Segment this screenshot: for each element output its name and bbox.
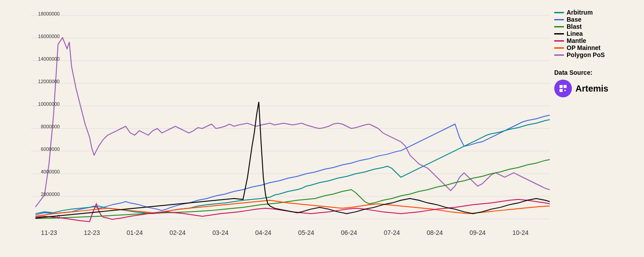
svg-text:02-24: 02-24 <box>169 229 186 236</box>
chart-container: 18000000 16000000 14000000 12000000 1000… <box>31 9 550 239</box>
data-source-label: Data Source: <box>554 69 640 76</box>
svg-text:12-23: 12-23 <box>84 229 100 236</box>
legend-color-mantle <box>554 40 564 42</box>
svg-rect-23 <box>564 85 567 88</box>
polygon-pos-line <box>35 38 550 207</box>
legend-item-arbitrum: Arbitrum <box>554 9 640 16</box>
base-line <box>35 115 550 215</box>
legend-item-mantle: Mantle <box>554 37 640 44</box>
y-label-16m: 16000000 <box>31 34 60 39</box>
y-label-8m: 8000000 <box>31 124 60 129</box>
legend-label: Linea <box>567 30 583 37</box>
legend-color-op-mainnet <box>554 47 564 49</box>
legend-item-blast: Blast <box>554 23 640 30</box>
artemis-icon <box>554 80 572 97</box>
legend-label: Polygon PoS <box>567 51 605 58</box>
svg-rect-24 <box>560 89 563 92</box>
legend-color-linea <box>554 33 564 35</box>
y-label-12m: 12000000 <box>31 79 60 84</box>
legend-color-blast <box>554 26 564 27</box>
legend-item-op-mainnet: OP Mainnet <box>554 44 640 51</box>
svg-text:01-24: 01-24 <box>126 229 143 236</box>
arbitrum-line <box>35 119 550 213</box>
legend-item-linea: Linea <box>554 30 640 37</box>
legend-label: Base <box>567 16 581 23</box>
legend-color-polygon-pos <box>554 54 564 56</box>
svg-text:05-24: 05-24 <box>298 229 314 236</box>
svg-text:07-24: 07-24 <box>384 229 400 236</box>
chart-area: 18000000 16000000 14000000 12000000 1000… <box>0 0 550 257</box>
y-label-14m: 14000000 <box>31 56 60 61</box>
legend-color-arbitrum <box>554 12 564 13</box>
y-label-4m: 4000000 <box>31 169 60 174</box>
legend-item-base: Base <box>554 16 640 23</box>
svg-rect-25 <box>564 90 566 91</box>
legend-label: OP Mainnet <box>567 44 601 51</box>
legend-label: Blast <box>567 23 582 30</box>
legend-color-base <box>554 19 564 20</box>
y-label-6m: 6000000 <box>31 146 60 152</box>
svg-text:08-24: 08-24 <box>427 229 443 236</box>
chart-svg: 11-23 12-23 01-24 02-24 03-24 04-24 05-2… <box>31 9 550 239</box>
svg-text:09-24: 09-24 <box>470 229 486 236</box>
svg-text:03-24: 03-24 <box>212 229 229 236</box>
legend-label: Arbitrum <box>567 9 593 16</box>
y-label-0: 0 <box>31 214 60 219</box>
legend-items: ArbitrumBaseBlastLineaMantleOP MainnetPo… <box>554 9 640 58</box>
svg-text:11-23: 11-23 <box>41 229 58 236</box>
legend-item-polygon-pos: Polygon PoS <box>554 51 640 58</box>
svg-text:06-24: 06-24 <box>341 229 357 236</box>
y-label-2m: 2000000 <box>31 192 60 197</box>
y-label-18m: 18000000 <box>31 11 60 16</box>
svg-text:10-24: 10-24 <box>512 229 529 236</box>
artemis-logo: Artemis <box>554 80 640 97</box>
legend-label: Mantle <box>567 37 586 44</box>
svg-rect-22 <box>560 85 563 88</box>
data-source-section: Data Source: Artemis <box>554 69 640 97</box>
svg-text:04-24: 04-24 <box>255 229 272 236</box>
blast-line <box>35 160 550 219</box>
y-label-10m: 10000000 <box>31 101 60 107</box>
legend-area: ArbitrumBaseBlastLineaMantleOP MainnetPo… <box>550 0 644 257</box>
artemis-name: Artemis <box>575 84 608 94</box>
